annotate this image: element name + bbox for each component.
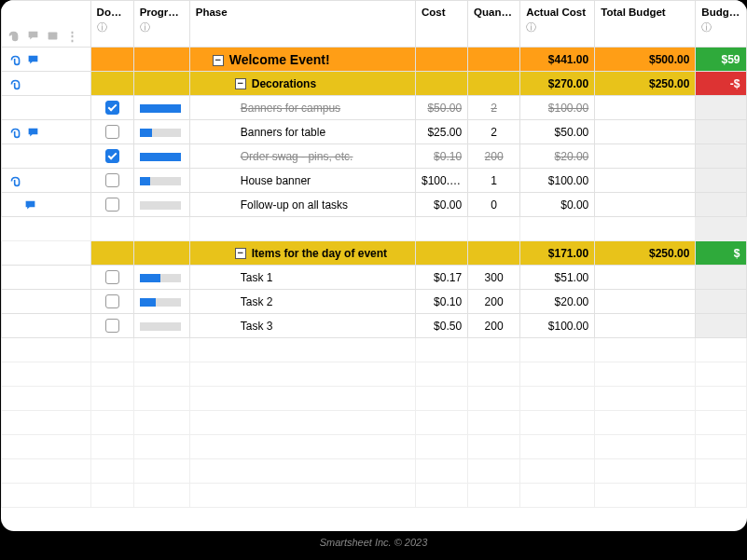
phase-label: Banners for table (241, 126, 325, 139)
progress-bar[interactable] (140, 322, 181, 331)
comment-icon (27, 30, 39, 42)
header-quantity[interactable]: Quant… (468, 1, 520, 48)
header-cost[interactable]: Cost (416, 1, 468, 48)
attachment-icon[interactable] (9, 175, 21, 187)
header-row: ⋮ Don…ⓘ Progre…ⓘ Phase Cost Quant… Actua… (1, 1, 746, 48)
done-checkbox[interactable] (105, 173, 119, 187)
quantity: 1 (468, 169, 520, 193)
collapse-toggle[interactable]: − (235, 248, 246, 259)
proof-icon (47, 30, 59, 42)
actual-cost: $270.00 (520, 72, 595, 96)
quantity: 2 (468, 120, 520, 144)
cost: $0.10 (416, 144, 468, 169)
progress-bar[interactable] (140, 201, 181, 210)
row-items-day[interactable]: −Items for the day of event $171.00 $250… (1, 241, 746, 266)
quantity: 0 (468, 193, 520, 217)
empty-row[interactable] (1, 217, 746, 241)
attachment-icon[interactable] (9, 127, 21, 139)
header-total-budget[interactable]: Total Budget (595, 1, 696, 48)
phase-label: Items for the day of event (252, 247, 387, 260)
progress-bar[interactable] (140, 274, 181, 282)
empty-row[interactable] (1, 459, 746, 484)
phase-label: Decorations (252, 77, 316, 90)
empty-row[interactable] (1, 411, 746, 435)
total-budget: $500.00 (595, 48, 696, 72)
total-budget: $250.00 (595, 241, 696, 266)
done-checkbox[interactable] (105, 101, 119, 115)
done-checkbox[interactable] (105, 198, 119, 212)
header-phase[interactable]: Phase (189, 1, 415, 48)
quantity: 200 (468, 314, 520, 338)
phase-label: Task 1 (241, 271, 273, 284)
done-checkbox[interactable] (105, 294, 119, 308)
attachment-icon[interactable] (9, 78, 21, 90)
attachment-icon[interactable] (9, 54, 21, 66)
phase-label: Task 2 (241, 295, 273, 308)
header-done[interactable]: Don…ⓘ (90, 1, 133, 48)
quantity: 200 (468, 290, 520, 314)
more-icon: ⋮ (66, 29, 78, 43)
comment-icon[interactable] (24, 199, 36, 212)
actual-cost: $20.00 (520, 144, 595, 169)
phase-label: Follow-up on all tasks (241, 198, 348, 212)
row-follow-up[interactable]: Follow-up on all tasks $0.00 0 $0.00 (1, 193, 746, 217)
header-budget-diff[interactable]: Budget Differⓘ (696, 1, 746, 48)
header-progress[interactable]: Progre…ⓘ (133, 1, 189, 48)
cost: $0.10 (416, 290, 468, 314)
quantity: 2 (468, 96, 520, 120)
row-banners-campus[interactable]: Banners for campus $50.00 2 $100.00 (1, 96, 746, 120)
done-checkbox[interactable] (105, 319, 119, 333)
collapse-toggle[interactable]: − (235, 78, 246, 89)
cost: $100.00 (416, 169, 468, 193)
row-task-2[interactable]: Task 2 $0.10 200 $20.00 (1, 290, 746, 314)
progress-bar[interactable] (140, 177, 181, 185)
actual-cost: $0.00 (520, 193, 595, 217)
svg-rect-0 (48, 32, 57, 39)
comment-icon[interactable] (27, 127, 39, 139)
empty-row[interactable] (1, 387, 746, 411)
budget-diff: $ (696, 241, 746, 266)
actual-cost: $20.00 (520, 290, 595, 314)
row-welcome-event[interactable]: −Welcome Event! $441.00 $500.00 $59 (1, 48, 746, 72)
phase-label: Task 3 (241, 320, 273, 333)
done-checkbox[interactable] (105, 125, 119, 139)
row-order-swag[interactable]: Order swag - pins, etc. $0.10 200 $20.00 (1, 144, 746, 169)
actual-cost: $171.00 (520, 241, 595, 266)
row-task-1[interactable]: Task 1 $0.17 300 $51.00 (1, 266, 746, 290)
actual-cost: $100.00 (520, 96, 595, 120)
row-banners-table[interactable]: Banners for table $25.00 2 $50.00 (1, 120, 746, 144)
budget-diff: $59 (696, 48, 746, 72)
collapse-toggle[interactable]: − (213, 55, 224, 66)
progress-bar[interactable] (140, 129, 181, 137)
phase-label: Banners for campus (241, 102, 340, 115)
row-task-3[interactable]: Task 3 $0.50 200 $100.00 (1, 314, 746, 338)
actual-cost: $50.00 (520, 120, 595, 144)
total-budget: $250.00 (595, 72, 696, 96)
sheet-container: ⋮ Don…ⓘ Progre…ⓘ Phase Cost Quant… Actua… (1, 0, 747, 531)
progress-bar[interactable] (140, 298, 181, 307)
actual-cost: $441.00 (520, 48, 595, 72)
done-checkbox[interactable] (105, 270, 119, 284)
progress-bar[interactable] (140, 104, 181, 113)
row-decorations[interactable]: −Decorations $270.00 $250.00 -$ (1, 72, 746, 96)
cost: $25.00 (416, 120, 468, 144)
cost: $0.50 (416, 314, 468, 338)
empty-row[interactable] (1, 484, 746, 508)
header-indicators: ⋮ (1, 1, 90, 48)
empty-row[interactable] (1, 338, 746, 362)
header-actual-cost[interactable]: Actual Costⓘ (520, 1, 595, 48)
done-checkbox[interactable] (105, 149, 119, 163)
row-house-banner[interactable]: House banner $100.00 1 $100.00 (1, 169, 746, 193)
comment-icon[interactable] (27, 54, 39, 66)
phase-label: House banner (241, 174, 311, 187)
empty-row[interactable] (1, 435, 746, 459)
actual-cost: $100.00 (520, 169, 595, 193)
quantity: 200 (468, 144, 520, 169)
data-grid[interactable]: ⋮ Don…ⓘ Progre…ⓘ Phase Cost Quant… Actua… (1, 0, 747, 508)
actual-cost: $100.00 (520, 314, 595, 338)
empty-row[interactable] (1, 362, 746, 387)
progress-bar[interactable] (140, 153, 181, 161)
actual-cost: $51.00 (520, 266, 595, 290)
budget-diff: -$ (696, 72, 746, 96)
cost: $50.00 (416, 96, 468, 120)
